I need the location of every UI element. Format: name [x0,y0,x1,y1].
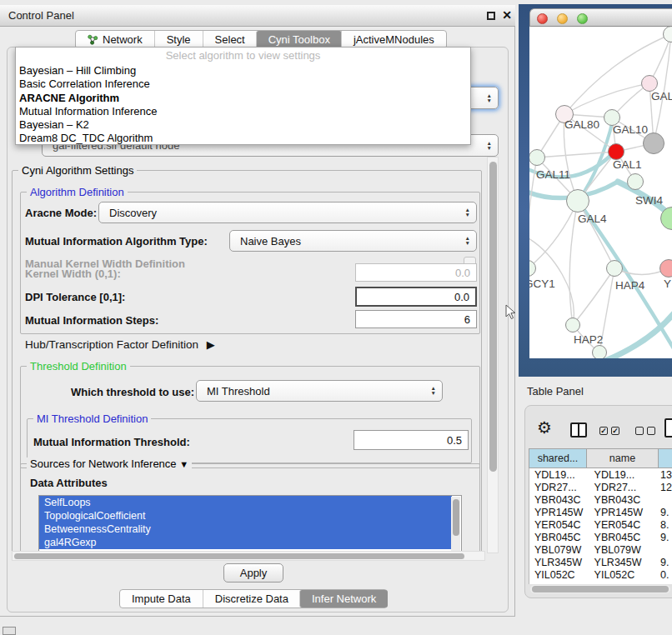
column-header-shared[interactable]: shared... [529,448,587,468]
table-cell[interactable]: 9. [655,532,672,543]
tab-select[interactable]: Select [203,31,257,48]
data-attribute-item[interactable]: gal4RGexp [39,536,452,549]
deselect-all-columns-icon[interactable] [635,427,655,435]
column-header-extra[interactable] [659,448,672,468]
network-node[interactable] [566,189,589,212]
table-row[interactable]: YPR145WYPR145W9. [529,506,672,518]
columns-icon[interactable] [570,422,587,438]
table-cell[interactable]: YIL052C [589,569,656,581]
close-icon[interactable]: ✕ [500,8,514,22]
table-cell[interactable]: YPR145W [589,507,656,518]
mi-threshold-field[interactable]: 0.5 [354,430,469,450]
algorithm-option-basic-correlation-inference[interactable]: Basic Correlation Inference [16,78,470,91]
table-cell[interactable]: YBR045C [589,532,656,543]
tab-style[interactable]: Style [154,31,203,48]
mac-minimize-button[interactable] [557,13,568,24]
table-cell[interactable]: YLR345W [529,557,589,568]
algorithm-option-bayesian-k2[interactable]: Bayesian – K2 [16,118,470,132]
table-cell[interactable]: YER054C [589,519,656,531]
mi-type-combo[interactable]: Naive Bayes ▲▼ [229,230,477,252]
tab-network[interactable]: Network [76,31,154,48]
table-horizontal-scrollbar[interactable] [530,585,670,593]
hub-definition-label: Hub/Transcription Factor Definition [25,338,198,351]
data-attribute-item[interactable]: SelfLoops [39,496,452,509]
table-cell[interactable]: YBL079W [589,544,656,556]
network-node[interactable] [608,143,624,160]
scrollbar-thumb[interactable] [489,162,497,472]
table-row[interactable]: YLR345WYLR345W9. [529,557,672,569]
table-cell[interactable]: YDL19... [589,469,656,481]
data-attributes-list[interactable]: SelfLoopsTopologicalCoefficientBetweenne… [38,495,462,552]
table-cell[interactable]: YLR345W [589,557,656,568]
network-node[interactable] [529,149,545,166]
network-node[interactable] [565,318,580,332]
table-cell[interactable]: 9. [655,557,672,568]
select-all-columns-icon[interactable]: ✓ ✓ [599,427,619,435]
which-threshold-combo[interactable]: MI Threshold ▲▼ [196,380,443,402]
scrollbar-thumb[interactable] [453,499,459,536]
sources-group-title[interactable]: Sources for Network Inference ▼ [27,458,192,470]
mac-zoom-button[interactable] [577,13,588,24]
table-row[interactable]: YDR27...YDR27...12 [529,481,672,493]
table-row[interactable]: YBR045CYBR045C9. [529,531,672,543]
data-attribute-item[interactable]: TopologicalCoefficient [39,509,452,522]
table-cell[interactable]: 13 [655,469,672,481]
apply-button[interactable]: Apply [223,563,283,582]
settings-vertical-scrollbar[interactable] [487,157,499,553]
algorithm-option-mutual-information-inference[interactable]: Mutual Information Inference [16,105,470,118]
mi-steps-field[interactable]: 6 [355,310,477,328]
network-node[interactable] [641,75,658,92]
settings-horizontal-scrollbar[interactable] [12,551,485,561]
mac-close-button[interactable] [537,13,548,24]
document-icon[interactable] [664,418,672,438]
table-row[interactable]: YER054CYER054C8. [529,518,672,531]
table-cell[interactable]: YBR043C [589,494,656,506]
network-canvas[interactable]: GALGAL80GAL10GAL1GAL11SWI4GAL4GCY1HAP4YH… [529,27,672,358]
network-node[interactable] [592,345,607,358]
algorithm-option-bayesian-hill-climbing[interactable]: Bayesian – Hill Climbing [16,64,470,78]
gear-icon[interactable]: ⚙ [537,418,552,437]
table-cell[interactable]: YDL19... [529,469,589,481]
table-row[interactable]: YBR043CYBR043C [529,493,672,506]
attribute-list-scrollbar[interactable] [451,497,460,552]
hub-definition-expander[interactable]: Hub/Transcription Factor Definition ▶ [25,338,215,351]
scrollbar-thumb[interactable] [532,586,669,592]
table-cell[interactable]: YDR27... [589,482,656,493]
scrollbar-thumb[interactable] [14,553,464,559]
column-header-name[interactable]: name [587,448,659,468]
aracne-mode-combo[interactable]: Discovery ▲▼ [98,202,477,223]
tab-jactivemnodules[interactable]: jActiveMNodules [341,31,446,48]
table-cell[interactable]: 0. [655,569,672,581]
table-cell[interactable]: YDR27... [529,482,589,493]
table-cell[interactable]: YBR045C [529,532,589,543]
algorithm-option-aracne-algorithm[interactable]: ARACNE Algorithm [16,92,470,105]
table-cell[interactable]: YBR043C [529,494,589,506]
table-cell[interactable]: YPR145W [529,507,589,518]
table-row[interactable]: YIL052CYIL052C0. [529,569,672,582]
bottom-tab-infer-network[interactable]: Infer Network [299,590,388,608]
bottom-tab-discretize-data[interactable]: Discretize Data [203,590,300,608]
table-cell[interactable]: YIL052C [529,569,589,581]
table-row[interactable]: YDL19...YDL19...13 [529,468,672,481]
table-cell[interactable]: YER054C [529,519,589,531]
table-cell[interactable]: 8. [655,519,672,531]
collapsed-panel-icon[interactable] [3,627,16,635]
tab-cyni-toolbox[interactable]: Cyni Toolbox [256,31,342,48]
network-node[interactable] [606,260,623,277]
network-node[interactable] [627,173,644,190]
table-cell[interactable]: 9. [655,507,672,518]
table-row[interactable]: YBL079WYBL079W [529,544,672,557]
bottom-tab-impute-data[interactable]: Impute Data [120,590,203,608]
network-node[interactable] [659,259,672,278]
network-window-titlebar[interactable] [529,8,672,27]
algorithm-option-dream8-dc-tdc-algorithm[interactable]: Dream8 DC_TDC Algorithm [16,132,470,145]
table-cell[interactable]: 12 [655,482,672,493]
data-attribute-item[interactable]: BetweennessCentrality [39,522,452,536]
table-cell[interactable]: YBL079W [529,544,589,556]
dpi-tolerance-field[interactable]: 0.0 [355,287,477,307]
network-icon [88,34,98,45]
kernel-width-field[interactable]: 0.0 [355,263,477,282]
node-label: GAL [651,90,672,102]
which-threshold-value: MI Threshold [207,385,270,398]
float-window-icon[interactable] [487,12,495,20]
